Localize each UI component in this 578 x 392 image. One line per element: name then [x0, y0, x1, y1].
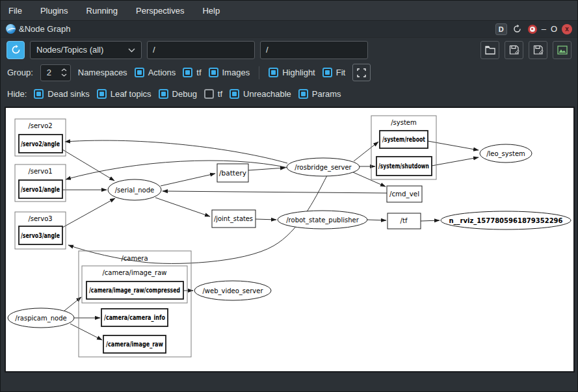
cluster-label: /servo2 [28, 122, 52, 129]
checkbox-params[interactable]: Params [298, 89, 341, 99]
menu-help[interactable]: Help [202, 6, 220, 16]
load-dot-button[interactable] [480, 41, 499, 59]
refresh-graph-button[interactable] [7, 41, 25, 59]
save-image-button[interactable] [553, 41, 571, 59]
topic-label: /system/shutdown [378, 163, 429, 170]
edge-joint-states-to-robot-state-publisher [256, 219, 276, 220]
checkbox-indicator [204, 89, 214, 99]
topic-label: /camera/image_raw [106, 341, 163, 348]
checkbox-leaf-topics[interactable]: Leaf topics [97, 89, 151, 99]
checkbox-label: Actions [148, 68, 176, 77]
cluster-label: /camera/image_raw [102, 269, 166, 277]
checkbox-indicator [97, 89, 107, 99]
fit-in-view-icon [357, 68, 366, 77]
fit-in-view-button[interactable] [352, 64, 371, 81]
edge-cmd-vel-to-serial-node [163, 191, 387, 193]
node-label: /raspicam_node [15, 315, 66, 322]
checkbox-highlight[interactable]: Highlight [269, 68, 315, 77]
checkbox-indicator [135, 68, 144, 77]
checkbox-label: Highlight [282, 68, 315, 77]
checkbox-fit[interactable]: Fit [322, 68, 345, 77]
checkbox-indicator [34, 89, 44, 99]
group-options-row: Group: 2 Namespaces Actions tf Images Hi… [1, 62, 577, 83]
topic-label: /joint_states [214, 215, 253, 223]
group-label: Group: [7, 68, 33, 77]
node-label: /leo_system [486, 150, 525, 158]
checkbox-indicator [298, 89, 308, 99]
topic-label: /servo1/angle [21, 186, 60, 193]
checkbox-label: Unreachable [243, 89, 291, 99]
topic-label: /battery [219, 170, 246, 177]
save-as-icon [533, 45, 544, 55]
menu-running[interactable]: Running [86, 6, 118, 16]
dock-titlebar: &Node Graph D – O x [1, 20, 577, 38]
group-depth-value: 2 [41, 68, 61, 77]
cluster-label: /system [391, 119, 417, 126]
topic-label: /cmd_vel [389, 190, 419, 198]
checkbox-indicator [322, 68, 332, 77]
edge-rosbridge-to-servo2-angle [65, 140, 287, 163]
cluster-label: /servo1 [28, 168, 52, 175]
help-lifebuoy-icon[interactable] [528, 25, 537, 34]
node-filter-input[interactable] [147, 41, 255, 59]
checkbox-label: Dead sinks [47, 89, 89, 99]
topic-label: /tf [401, 217, 408, 224]
topic-label: /camera/image_raw/compressed [89, 287, 180, 294]
toolbar-separator [259, 66, 259, 79]
checkbox-label: Images [222, 68, 250, 77]
folder-icon [485, 46, 495, 55]
cluster-label: /servo3 [28, 215, 52, 222]
checkbox-hide-tf[interactable]: tf [204, 89, 222, 99]
spinner-up-icon[interactable] [61, 68, 67, 72]
edge-battery-to-rosbridge [248, 168, 285, 170]
edge-system-reboot-to-leo-system [428, 141, 479, 150]
refresh-icon [10, 44, 21, 55]
edge-system-shutdown-to-leo-system [432, 157, 479, 166]
node-graph-icon [6, 24, 16, 34]
checkbox-actions[interactable]: Actions [135, 68, 176, 77]
save-svg-button[interactable] [529, 41, 547, 59]
save-as-icon [509, 45, 519, 55]
dock-detach-button[interactable]: D [495, 23, 507, 35]
checkbox-label: Params [312, 89, 341, 99]
checkbox-label: Fit [336, 68, 345, 77]
chevron-down-icon [128, 45, 135, 55]
minimize-button[interactable]: – [542, 24, 546, 34]
node-label: /web_video_server [202, 287, 263, 295]
close-button[interactable]: x [562, 24, 572, 34]
checkbox-images[interactable]: Images [209, 68, 250, 77]
hide-label: Hide: [7, 89, 27, 99]
topic-filter-input[interactable] [260, 41, 368, 59]
checkbox-dead-sinks[interactable]: Dead sinks [34, 89, 89, 99]
menu-perspectives[interactable]: Perspectives [136, 6, 184, 16]
hide-options-row: Hide: Dead sinks Leaf topics Debug tf Un… [1, 83, 577, 105]
checkbox-debug[interactable]: Debug [159, 89, 197, 99]
edge-serial-node-to-battery [161, 174, 215, 186]
node-graph-canvas[interactable]: /servo2 /servo1 /servo3 /system /camera … [5, 107, 575, 372]
topic-label: /servo2/angle [21, 140, 60, 148]
topic-label: /servo3/angle [21, 232, 60, 239]
namespaces-label: Namespaces [78, 68, 127, 77]
maximize-button[interactable]: O [551, 24, 557, 34]
save-dot-button[interactable] [505, 41, 523, 59]
group-depth-spinner[interactable]: 2 [40, 64, 71, 81]
checkbox-unreachable[interactable]: Unreachable [230, 89, 291, 99]
checkbox-tf-group[interactable]: tf [183, 68, 201, 77]
checkbox-indicator [183, 68, 192, 77]
reload-icon [512, 24, 522, 34]
rqt-window: File Plugins Running Perspectives Help &… [0, 0, 578, 392]
menu-file[interactable]: File [8, 6, 22, 16]
graph-type-select[interactable]: Nodes/Topics (all) [30, 41, 142, 59]
dock-reload-button[interactable] [512, 23, 523, 35]
checkbox-indicator [159, 89, 168, 99]
graph-type-value: Nodes/Topics (all) [36, 45, 103, 55]
node-graph-svg: /servo2 /servo1 /servo3 /system /camera … [6, 108, 573, 371]
node-label: /serial_node [115, 187, 154, 194]
image-icon [557, 46, 568, 55]
cluster-label: /camera [121, 255, 148, 262]
edge-tf-to-rviz [421, 220, 440, 221]
spinner-down-icon[interactable] [61, 73, 67, 77]
edge-rosbridge-to-system-reboot [354, 142, 378, 161]
menu-plugins[interactable]: Plugins [40, 6, 68, 16]
topic-label: /system/reboot [382, 136, 425, 143]
